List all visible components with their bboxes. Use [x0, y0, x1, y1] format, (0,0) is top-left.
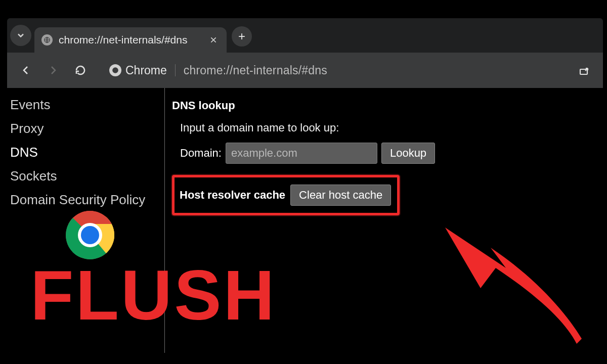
omnibox-separator — [175, 64, 176, 76]
lookup-row: Domain: Lookup — [180, 143, 598, 164]
site-chip[interactable]: Chrome — [109, 64, 167, 77]
section-hint: Input a domain name to look up: — [180, 121, 598, 134]
tab-close-button[interactable] — [207, 34, 220, 46]
svg-point-7 — [81, 226, 99, 244]
chrome-logo-icon — [65, 210, 115, 260]
reload-button[interactable] — [69, 59, 92, 82]
clear-host-cache-button[interactable]: Clear host cache — [290, 185, 391, 206]
back-button[interactable] — [14, 59, 37, 82]
sidebar-item-proxy[interactable]: Proxy — [7, 117, 164, 141]
domain-label: Domain: — [180, 147, 222, 160]
forward-button[interactable] — [41, 59, 65, 82]
tab-title: chrome://net-internals/#dns — [59, 34, 187, 46]
sidebar-item-sockets[interactable]: Sockets — [7, 164, 164, 188]
sidebar-item-dns[interactable]: DNS — [7, 141, 164, 164]
domain-input[interactable] — [226, 143, 377, 164]
chrome-icon — [109, 64, 121, 76]
lookup-button[interactable]: Lookup — [381, 143, 435, 164]
address-bar[interactable]: Chrome chrome://net-internals/#dns — [100, 59, 565, 82]
section-title: DNS lookup — [172, 99, 598, 112]
globe-icon — [41, 34, 53, 46]
sidebar-item-events[interactable]: Events — [7, 93, 164, 117]
new-tab-button[interactable]: + — [232, 26, 252, 47]
omnibox-url: chrome://net-internals/#dns — [184, 64, 327, 77]
site-chip-label: Chrome — [125, 64, 167, 77]
svg-point-1 — [112, 67, 118, 73]
cache-label: Host resolver cache — [180, 189, 285, 202]
toolbar: Chrome chrome://net-internals/#dns — [7, 53, 603, 88]
tab-active[interactable]: chrome://net-internals/#dns — [34, 27, 227, 53]
sidebar-item-domain-security-policy[interactable]: Domain Security Policy — [7, 188, 164, 212]
tab-strip: chrome://net-internals/#dns + — [7, 18, 603, 53]
share-button[interactable] — [573, 59, 596, 82]
host-resolver-cache-box: Host resolver cache Clear host cache — [172, 175, 400, 215]
flush-overlay-text: FLUSH — [30, 260, 277, 331]
tab-search-button[interactable] — [10, 25, 31, 46]
